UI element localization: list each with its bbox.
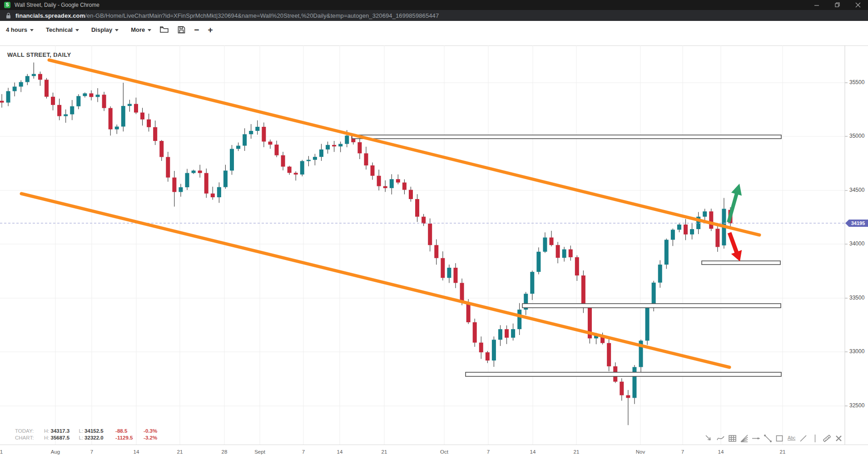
display-dropdown[interactable]: Display	[91, 26, 119, 33]
close-button[interactable]	[848, 0, 868, 10]
price-axis-label: 33000	[849, 348, 864, 355]
time-axis-label: 7	[681, 449, 684, 455]
candle	[192, 170, 196, 174]
candle	[645, 304, 650, 345]
zoom-out-button[interactable]: −	[194, 25, 199, 34]
timeframe-dropdown[interactable]: 4 hours	[6, 26, 34, 33]
address-bar[interactable]: financials.spreadex.com/en-GB/Home/LiveC…	[0, 10, 868, 21]
chevron-down-icon	[115, 29, 119, 31]
rectangle-tool-icon	[775, 434, 784, 443]
candle	[32, 63, 36, 79]
price-axis-label: 35000	[849, 133, 864, 139]
candle	[709, 209, 713, 231]
diagonal-line-button[interactable]	[798, 433, 808, 444]
low-key: L:	[79, 428, 84, 435]
support-zone-32790[interactable]	[466, 372, 781, 376]
candle	[575, 255, 579, 281]
upper-channel-trendline[interactable]	[49, 60, 759, 235]
time-axis-label: 21	[177, 449, 183, 455]
candle	[45, 78, 49, 99]
support-zone-33830[interactable]	[702, 261, 780, 265]
text-tool-button[interactable]: Abc	[786, 433, 797, 444]
chart-statistics: TODAY: H: 34317.3 L: 34152.5 -88.5 -0.3%…	[15, 428, 169, 441]
candle	[19, 80, 23, 92]
candle	[498, 325, 502, 346]
candle	[434, 240, 438, 265]
candle	[550, 231, 554, 246]
more-dropdown[interactable]: More	[131, 26, 151, 33]
technical-dropdown-label: Technical	[46, 26, 73, 33]
candle	[121, 83, 125, 131]
candle	[109, 106, 113, 135]
candle	[102, 92, 106, 111]
candle	[479, 336, 483, 359]
candle	[715, 225, 719, 252]
time-axis-label: 7	[487, 449, 490, 455]
chart-canvas[interactable]	[0, 45, 868, 445]
measure-tool-button[interactable]	[822, 433, 832, 444]
candle	[422, 214, 426, 226]
candle	[671, 229, 675, 246]
trend-line-button[interactable]	[763, 433, 773, 444]
candle	[140, 108, 144, 125]
restore-button[interactable]	[827, 0, 848, 10]
candle	[492, 336, 496, 367]
save-chart-button[interactable]	[178, 26, 185, 34]
save-icon	[178, 26, 185, 34]
window-title: Wall Street, Daily - Google Chrome	[15, 2, 99, 8]
candle	[511, 324, 515, 340]
candle	[159, 140, 164, 161]
curve-tool-button[interactable]	[715, 433, 726, 444]
candle	[338, 141, 342, 152]
open-chart-button[interactable]	[160, 26, 169, 33]
rectangle-tool-button[interactable]	[774, 433, 785, 444]
time-axis-label: 14	[718, 449, 724, 455]
lower-channel-trendline[interactable]	[21, 194, 729, 367]
grid-tool-button[interactable]	[727, 433, 738, 444]
bullish-scenario-arrow[interactable]	[727, 184, 742, 223]
candle	[326, 142, 330, 154]
candle	[377, 170, 381, 190]
today-change-value: -88.5	[115, 428, 141, 435]
measure-tool-icon	[822, 434, 832, 443]
candle	[703, 209, 707, 220]
technical-dropdown[interactable]: Technical	[46, 26, 79, 33]
trend-line-icon	[763, 434, 773, 443]
candle	[569, 245, 573, 260]
chevron-down-icon	[148, 29, 151, 31]
delete-drawing-button[interactable]	[833, 433, 844, 444]
time-axis-label: 14	[134, 449, 139, 455]
zoom-in-button[interactable]: +	[208, 25, 213, 34]
minimize-button[interactable]	[807, 0, 827, 10]
resistance-zone-35000[interactable]	[352, 135, 781, 139]
display-dropdown-label: Display	[91, 26, 112, 33]
bearish-scenario-arrow[interactable]	[728, 232, 742, 262]
candle	[690, 224, 694, 240]
candle	[313, 154, 317, 165]
candle	[684, 219, 688, 240]
more-dropdown-label: More	[131, 26, 145, 33]
support-zone-33430[interactable]	[522, 304, 781, 308]
svg-text:Abc: Abc	[788, 435, 795, 440]
cursor-arrow-button[interactable]	[704, 433, 714, 444]
chart-change-value: -1129.5	[115, 435, 141, 441]
candle	[530, 270, 534, 300]
candle	[230, 145, 234, 175]
time-axis-label: 1	[0, 449, 3, 455]
grid-tool-icon	[728, 434, 737, 443]
drawing-tools-toolbar: Abc	[704, 433, 844, 444]
time-axis-label: 7	[302, 449, 305, 455]
candle	[473, 319, 477, 347]
separator	[810, 434, 820, 443]
chart-high-value: 35687.5	[51, 435, 79, 441]
horizontal-line-button[interactable]	[751, 433, 761, 444]
fan-lines-button[interactable]	[739, 433, 749, 444]
candle	[556, 242, 560, 263]
price-axis-label: 35500	[849, 79, 864, 85]
curve-tool-icon	[716, 434, 725, 443]
candle	[128, 100, 132, 112]
chart-low-value: 32322.0	[84, 435, 113, 441]
candle	[0, 94, 4, 108]
candlestick-series	[0, 63, 732, 425]
fan-lines-icon	[739, 434, 749, 443]
